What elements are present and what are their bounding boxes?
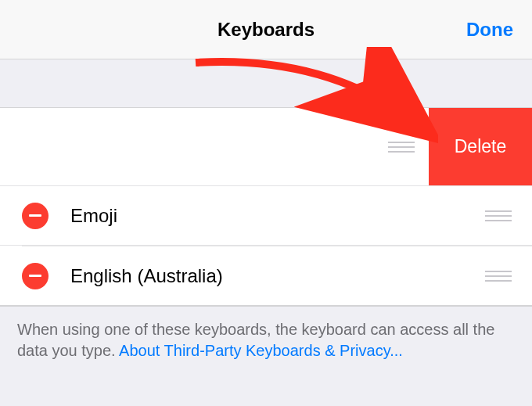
done-button[interactable]: Done bbox=[466, 19, 513, 41]
navigation-bar: Keyboards Done bbox=[0, 0, 532, 59]
keyboard-name: English (Australia) bbox=[70, 265, 485, 287]
delete-button[interactable]: Delete bbox=[429, 108, 532, 185]
footer-note: When using one of these keyboards, the k… bbox=[0, 306, 532, 406]
reorder-handle-icon[interactable] bbox=[485, 271, 512, 282]
keyboard-row[interactable]: English (Australia) bbox=[0, 246, 532, 306]
keyboards-list: oard tiple languages Delete Emoji Englis… bbox=[0, 108, 532, 306]
keyboard-row-swiped[interactable]: oard tiple languages Delete bbox=[0, 108, 532, 186]
privacy-link[interactable]: About Third-Party Keyboards & Privacy... bbox=[119, 342, 403, 359]
reorder-handle-icon[interactable] bbox=[485, 210, 512, 221]
page-title: Keyboards bbox=[217, 19, 315, 41]
remove-icon[interactable] bbox=[22, 263, 49, 289]
remove-icon[interactable] bbox=[22, 203, 49, 229]
keyboard-name: Emoji bbox=[70, 205, 485, 227]
section-spacer bbox=[0, 59, 532, 108]
reorder-handle-icon[interactable] bbox=[388, 142, 415, 153]
keyboard-row[interactable]: Emoji bbox=[0, 186, 532, 246]
